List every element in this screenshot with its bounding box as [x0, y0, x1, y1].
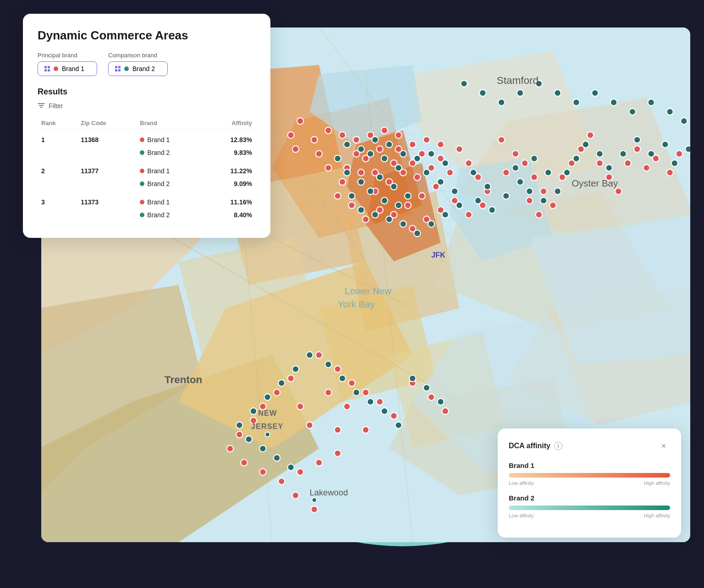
svg-point-210: [685, 146, 690, 152]
svg-point-160: [390, 183, 397, 190]
svg-point-176: [424, 169, 430, 176]
svg-point-88: [395, 132, 402, 138]
brand2-gradient-bar: [509, 506, 670, 510]
brand-cell-2-2: Brand 2: [136, 177, 203, 192]
svg-point-190: [475, 198, 481, 204]
svg-point-205: [620, 150, 626, 157]
brand2-name-row1: Brand 2: [147, 149, 170, 156]
svg-point-78: [335, 192, 341, 199]
svg-point-159: [376, 174, 383, 181]
brand1-name-row3: Brand 1: [147, 198, 170, 206]
svg-point-198: [540, 198, 547, 204]
table-row: Brand 2 8.40%: [38, 209, 256, 223]
svg-point-167: [335, 155, 341, 162]
principal-brand-group: Principal brand Brand 1: [38, 52, 97, 76]
scene: Stamford Oyster Bay Trenton Lower New Yo…: [0, 0, 704, 588]
svg-point-162: [395, 202, 402, 209]
svg-text:Lower New: Lower New: [345, 286, 391, 296]
svg-point-141: [442, 408, 448, 414]
svg-point-206: [634, 137, 640, 143]
svg-text:York Bay: York Bay: [338, 299, 375, 309]
svg-point-204: [606, 165, 612, 171]
brand-cell-2-1: Brand 1: [136, 161, 203, 177]
svg-point-193: [517, 179, 523, 185]
svg-point-102: [297, 118, 303, 124]
svg-text:JFK: JFK: [431, 251, 446, 259]
svg-point-224: [325, 361, 331, 368]
svg-point-241: [424, 385, 430, 391]
svg-point-104: [292, 146, 299, 152]
filter-icon: [38, 102, 45, 110]
info-icon[interactable]: i: [554, 442, 562, 450]
brand2-dot-row1: [140, 150, 144, 155]
brand2-high-label: High affinity: [644, 513, 670, 518]
comparison-brand-selector[interactable]: Brand 2: [108, 61, 168, 76]
svg-point-191: [489, 207, 495, 213]
svg-point-185: [372, 211, 378, 218]
col-zipcode: Zip Code: [77, 117, 136, 130]
filter-button[interactable]: Filter: [38, 102, 256, 110]
svg-point-197: [526, 188, 533, 194]
svg-point-171: [386, 141, 392, 148]
svg-point-172: [400, 150, 407, 157]
svg-point-150: [278, 478, 285, 484]
svg-text:Trenton: Trenton: [165, 374, 202, 385]
svg-point-131: [344, 403, 350, 410]
svg-point-235: [236, 422, 242, 429]
svg-point-125: [666, 169, 673, 176]
svg-point-138: [297, 403, 303, 410]
svg-point-70: [447, 169, 453, 176]
affinity-3-1: 11.16%: [203, 192, 256, 209]
svg-point-226: [353, 389, 359, 396]
affinity-3-2: 8.40%: [203, 209, 256, 223]
svg-point-202: [583, 141, 589, 148]
svg-point-135: [363, 427, 369, 433]
svg-point-178: [451, 188, 458, 194]
svg-point-130: [325, 389, 331, 396]
zip-3: 11373: [77, 192, 136, 209]
affinity-title-container: DCA affinity i: [509, 442, 562, 450]
svg-point-123: [643, 165, 649, 171]
affinity-2-2: 9.09%: [203, 177, 256, 192]
svg-point-180: [442, 211, 448, 218]
svg-point-142: [288, 375, 294, 382]
svg-point-168: [344, 141, 350, 148]
svg-point-117: [587, 132, 594, 138]
rank-3: 3: [38, 192, 77, 209]
svg-point-90: [424, 137, 430, 143]
svg-point-129: [348, 380, 355, 386]
svg-point-156: [367, 150, 374, 157]
svg-point-84: [339, 132, 346, 138]
svg-point-217: [573, 99, 579, 105]
svg-point-80: [325, 165, 331, 171]
svg-point-126: [676, 150, 682, 157]
svg-point-66: [414, 174, 420, 181]
brand1-dot: [54, 66, 58, 71]
brand1-low-label: Low affinity: [509, 480, 534, 486]
svg-point-92: [456, 146, 462, 152]
col-affinity: Affinity: [203, 117, 256, 130]
brand2-low-label: Low affinity: [509, 513, 534, 518]
svg-point-128: [335, 366, 341, 372]
svg-point-81: [316, 150, 322, 157]
svg-point-85: [353, 137, 359, 143]
svg-point-163: [381, 198, 388, 204]
affinity-header: DCA affinity i ×: [509, 440, 670, 452]
close-button[interactable]: ×: [657, 440, 670, 452]
svg-point-209: [671, 160, 678, 166]
svg-point-219: [610, 99, 617, 105]
svg-point-143: [274, 389, 280, 396]
svg-point-133: [376, 399, 383, 405]
svg-point-175: [442, 160, 448, 166]
svg-point-147: [227, 445, 233, 452]
svg-text:Lakewood: Lakewood: [309, 488, 348, 497]
svg-point-186: [358, 207, 364, 213]
principal-brand-selector[interactable]: Brand 1: [38, 61, 97, 76]
svg-point-164: [367, 188, 374, 194]
brand2-affinity-labels: Low affinity High affinity: [509, 513, 670, 518]
svg-point-134: [390, 412, 397, 419]
principal-brand-value: Brand 1: [62, 65, 84, 72]
svg-point-79: [339, 179, 346, 185]
svg-text:Oyster Bay: Oyster Bay: [572, 178, 618, 188]
svg-point-107: [503, 169, 509, 176]
